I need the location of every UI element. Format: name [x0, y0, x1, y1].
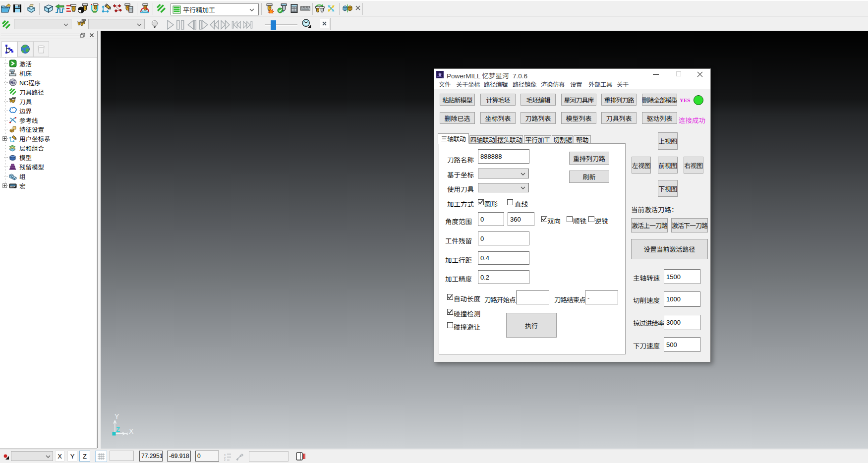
svg-text:z: z	[224, 459, 226, 461]
svg-text:Z: Z	[116, 426, 120, 433]
svg-text:X: X	[129, 427, 134, 435]
svg-text:Y: Y	[115, 412, 119, 420]
